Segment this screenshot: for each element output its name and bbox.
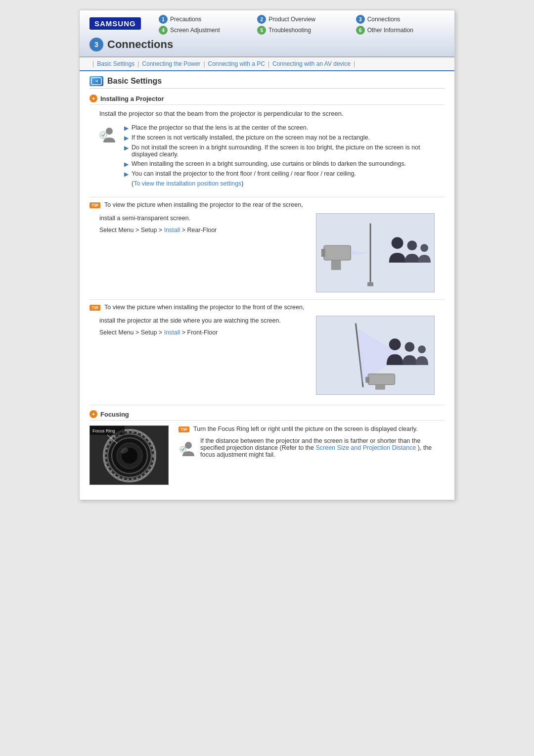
section-icon (89, 76, 103, 86)
tip-arrow-2: ▶ (124, 135, 129, 142)
nav-label-2: Product Overview (268, 16, 315, 23)
diagram-row-front: install the projector at the side where … (99, 316, 435, 395)
note-header-front: TIP To view the picture when installing … (89, 304, 445, 311)
installing-title: Installing a Projector (100, 95, 164, 102)
note-header-rear: TIP To view the picture when installing … (89, 201, 445, 208)
svg-point-9 (407, 240, 417, 250)
tab-connecting-av[interactable]: Connecting with an AV device (272, 60, 351, 67)
tip-arrow-1: ▶ (124, 125, 129, 132)
focusing-title: Focusing (100, 411, 129, 418)
rear-text1: install a semi-transparent screen. (99, 213, 306, 223)
section-header: Basic Settings (89, 76, 445, 89)
svg-rect-12 (331, 260, 341, 270)
tip-item-4: ▶ When installing the screen in a bright… (124, 160, 445, 168)
nav-item-screen-adjustment[interactable]: 4 Screen Adjustment (159, 26, 247, 35)
nav-grid: 1 Precautions 2 Product Overview 3 Conne… (159, 15, 445, 35)
focus-content: TIP Turn the Focus Ring left or right un… (178, 425, 445, 485)
svg-point-16 (389, 338, 401, 350)
note-badge-front: TIP (89, 305, 100, 311)
nav-label-4: Screen Adjustment (170, 27, 220, 34)
tab-sep-2: | (203, 60, 205, 67)
front-install-link[interactable]: Install (164, 329, 180, 336)
tip-text-3: Do not install the screen in a bright su… (132, 144, 445, 158)
rear-install-link[interactable]: Install (164, 227, 180, 234)
tab-connecting-pc[interactable]: Connecting with a PC (208, 60, 265, 67)
svg-point-2 (100, 132, 107, 139)
svg-rect-21 (375, 385, 385, 390)
samsung-logo: SAMSUNG (89, 17, 141, 30)
diagram-rear (316, 213, 435, 292)
svg-rect-19 (368, 374, 395, 385)
svg-point-1 (106, 128, 113, 135)
tip-block: ▶ Place the projector so that the lens i… (99, 124, 445, 190)
nav-item-other-info[interactable]: 6 Other Information (356, 26, 445, 35)
tab-bar: | Basic Settings | Connecting the Power … (80, 57, 454, 71)
tip-text-4: When installing the screen in a bright s… (132, 160, 406, 167)
focusing-row: Focus Ring TIP Turn the Focus Ring left … (89, 425, 445, 485)
focusing-heading: ● Focusing (89, 410, 445, 421)
nav-item-troubleshooting[interactable]: 5 Troubleshooting (257, 26, 346, 35)
nav-num-4: 4 (159, 26, 168, 35)
installation-position-link[interactable]: To view the installation position settin… (134, 180, 241, 187)
main-instruction: Install the projector so that the beam f… (99, 110, 445, 117)
screen-size-link[interactable]: Screen Size and Projection Distance (315, 444, 416, 451)
svg-point-34 (180, 446, 186, 452)
tab-connecting-power[interactable]: Connecting the Power (142, 60, 200, 67)
front-text1: install the projector at the side where … (99, 316, 306, 326)
tab-sep-1: | (137, 60, 139, 67)
svg-text:Focus Ring: Focus Ring (92, 428, 115, 433)
header: SAMSUNG 1 Precautions 2 Product Overview… (80, 10, 454, 57)
tip-item-3: ▶ Do not install the screen in a bright … (124, 144, 445, 158)
focus-note: If the distance between the projector an… (178, 437, 445, 458)
diagram-text-rear: install a semi-transparent screen. Selec… (99, 213, 306, 292)
tip-text-2: If the screen is not vertically installe… (132, 134, 370, 141)
note-text-rear: To view the picture when installing the … (104, 201, 303, 208)
svg-rect-6 (321, 249, 325, 257)
tip-arrow-3: ▶ (124, 144, 129, 151)
nav-item-connections[interactable]: 3 Connections (356, 15, 445, 24)
nav-item-product-overview[interactable]: 2 Product Overview (257, 15, 346, 24)
focus-note-text: If the distance between the projector an… (200, 437, 445, 458)
tip-text-5: You can install the projector to the fro… (132, 170, 356, 177)
diagram-row-rear: install a semi-transparent screen. Selec… (99, 213, 435, 292)
tip-item-2: ▶ If the screen is not vertically instal… (124, 134, 445, 142)
nav-label-6: Other Information (367, 27, 413, 34)
svg-rect-5 (324, 245, 351, 260)
nav-num-2: 2 (257, 15, 266, 24)
tip-arrow-4: ▶ (124, 161, 129, 168)
nav-item-precautions[interactable]: 1 Precautions (159, 15, 247, 24)
focus-image: Focus Ring (89, 425, 169, 485)
installing-bullet: ● (89, 94, 97, 102)
connections-circle: 3 (89, 38, 103, 51)
tip-text-6: (To view the installation position setti… (132, 180, 244, 187)
connections-label: Connections (107, 38, 173, 51)
tip-item-1: ▶ Place the projector so that the lens i… (124, 124, 445, 132)
connections-title: 3 Connections (89, 38, 445, 51)
nav-num-1: 1 (159, 15, 168, 24)
svg-point-33 (185, 442, 192, 449)
nav-label-1: Precautions (170, 16, 201, 23)
installing-heading: ● Installing a Projector (89, 94, 445, 105)
diagram-text-front: install the projector at the side where … (99, 316, 306, 395)
svg-point-8 (392, 237, 403, 249)
focus-main-text: Turn the Focus Ring left or right until … (193, 425, 418, 432)
page-container: SAMSUNG 1 Precautions 2 Product Overview… (79, 10, 455, 500)
svg-rect-11 (367, 283, 373, 286)
tip-list: ▶ Place the projector so that the lens i… (124, 124, 445, 190)
nav-label-5: Troubleshooting (268, 27, 311, 34)
section-title: Basic Settings (107, 77, 162, 86)
content: Basic Settings ● Installing a Projector … (80, 71, 454, 500)
front-text2: Select Menu > Setup > Install > Front-Fl… (99, 328, 306, 337)
tip-text-1: Place the projector so that the lens is … (132, 124, 308, 131)
focusing-section: ● Focusing (89, 405, 445, 485)
tab-basic-settings[interactable]: Basic Settings (97, 60, 134, 67)
nav-num-6: 6 (356, 26, 365, 35)
focus-badge: TIP (178, 426, 189, 432)
diagram-front (316, 316, 435, 395)
note-badge-rear: TIP (89, 202, 100, 208)
svg-point-18 (418, 345, 426, 353)
focusing-bullet: ● (89, 410, 97, 418)
tab-sep-4: | (354, 60, 355, 67)
focus-tip-icon (178, 438, 196, 456)
rear-text2: Select Menu > Setup > Install > Rear-Flo… (99, 225, 306, 235)
